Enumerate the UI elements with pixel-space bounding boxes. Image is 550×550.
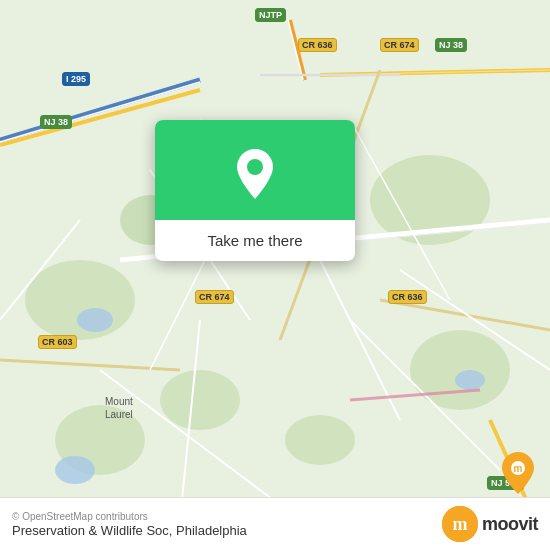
place-label-mount-laurel: MountLaurel xyxy=(105,395,133,421)
bottom-bar: © OpenStreetMap contributors Preservatio… xyxy=(0,497,550,550)
svg-point-5 xyxy=(285,415,355,465)
road-label-nj38-top: NJ 38 xyxy=(435,38,467,52)
popup-header xyxy=(155,120,355,220)
copyright-text: © OpenStreetMap contributors xyxy=(12,511,247,522)
location-pin xyxy=(233,148,277,200)
svg-point-9 xyxy=(455,370,485,390)
location-name: Preservation & Wildlife Soc, Philadelphi… xyxy=(12,523,247,538)
map-container: NJTP I 295 NJ 38 NJ 38 CR 636 CR 674 CR … xyxy=(0,0,550,550)
svg-text:m: m xyxy=(514,463,523,474)
road-label-cr674-top: CR 674 xyxy=(380,38,419,52)
road-label-i295: I 295 xyxy=(62,72,90,86)
moovit-text: moovit xyxy=(482,514,538,535)
take-me-there-button[interactable]: Take me there xyxy=(155,220,355,261)
svg-point-8 xyxy=(77,308,113,332)
bottom-left: © OpenStreetMap contributors Preservatio… xyxy=(12,511,247,538)
popup-card: Take me there xyxy=(155,120,355,261)
moovit-map-pin: m xyxy=(502,452,534,498)
svg-point-1 xyxy=(25,260,135,340)
moovit-logo[interactable]: m moovit xyxy=(442,506,538,542)
road-label-cr636-right: CR 636 xyxy=(388,290,427,304)
svg-point-3 xyxy=(410,330,510,410)
road-label-cr674-mid: CR 674 xyxy=(195,290,234,304)
moovit-icon: m xyxy=(442,506,478,542)
svg-point-36 xyxy=(247,159,263,175)
svg-point-10 xyxy=(55,456,95,484)
road-label-cr636-top: CR 636 xyxy=(298,38,337,52)
road-label-cr603: CR 603 xyxy=(38,335,77,349)
svg-point-4 xyxy=(160,370,240,430)
svg-text:m: m xyxy=(452,514,467,534)
road-label-njtp: NJTP xyxy=(255,8,286,22)
road-label-nj38-left: NJ 38 xyxy=(40,115,72,129)
